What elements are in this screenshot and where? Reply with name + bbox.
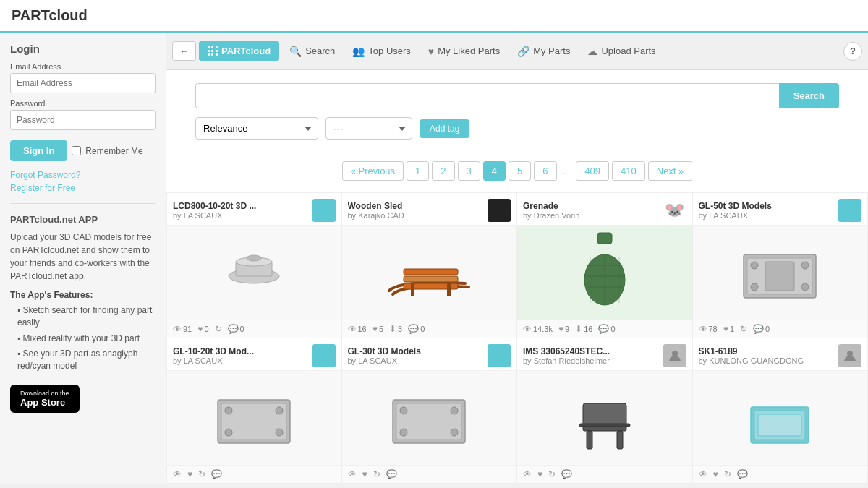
filter-select[interactable]: --- [326, 117, 412, 140]
app-description: Upload your 3D CAD models for free on PA… [10, 231, 156, 283]
sort-select[interactable]: Relevance Newest Most Viewed Most Liked [195, 117, 318, 140]
nav-top-users[interactable]: 👥 Top Users [344, 41, 420, 61]
signin-button[interactable]: Sign In [10, 140, 67, 161]
next-page-button[interactable]: Next » [648, 161, 693, 181]
remember-checkbox[interactable] [72, 146, 81, 155]
app-title: PARTcloud [12, 7, 856, 24]
page-4-button[interactable]: 4 [483, 161, 506, 181]
part-title: LCD800-10-20t 3D ... [173, 201, 308, 211]
svg-rect-8 [447, 283, 451, 296]
svg-point-34 [400, 429, 407, 436]
page-5-button[interactable]: 5 [509, 161, 531, 181]
nav-liked-parts-label: My Liked Parts [438, 46, 500, 56]
grid-icon [208, 46, 218, 56]
search-icon: 🔍 [289, 46, 302, 57]
part-avatar [488, 199, 511, 222]
back-button[interactable]: ← [172, 41, 196, 61]
nav-upload-parts-label: Upload Parts [601, 46, 655, 56]
nav-upload-parts[interactable]: ☁ Upload Parts [579, 41, 664, 61]
login-title: Login [10, 43, 156, 55]
part-card-gl30t[interactable]: GL-30t 3D Models by LA SCAUX [342, 338, 518, 484]
part-stats: 👁 ♥ ↻ 💬 [517, 465, 692, 483]
part-card-grenade[interactable]: Grenade by Drazen Vorih 🐭 [517, 193, 693, 338]
nav-my-parts[interactable]: 🔗 My Parts [509, 41, 579, 61]
forgot-password-link[interactable]: Forgot Password? [10, 170, 156, 180]
part-stats: 👁16 ♥5 ⬇3 💬0 [342, 320, 517, 338]
svg-rect-9 [597, 233, 612, 244]
register-link[interactable]: Register for Free [10, 183, 156, 193]
part-author: by LA SCAUX [173, 211, 308, 220]
svg-point-35 [451, 429, 458, 436]
svg-rect-7 [411, 283, 414, 296]
prev-page-button[interactable]: « Previous [342, 161, 404, 181]
page-3-button[interactable]: 3 [458, 161, 480, 181]
part-card-lcd800[interactable]: LCD800-10-20t 3D ... by LA SCAUX 👁91 [166, 193, 342, 338]
part-stats: 👁91 ♥0 ↻ 💬0 [167, 320, 341, 338]
svg-rect-23 [765, 262, 794, 291]
email-input[interactable] [10, 73, 156, 93]
part-title: GL-50t 3D Models [699, 201, 835, 211]
svg-point-36 [672, 351, 678, 356]
svg-rect-40 [583, 403, 626, 425]
part-image [517, 226, 692, 320]
password-label: Password [10, 99, 156, 108]
main-content: ← PARTcloud 🔍 Search 👥 Top Users ♥ My Li… [166, 33, 868, 484]
help-button[interactable]: ? [843, 42, 862, 61]
svg-point-29 [276, 429, 283, 436]
part-author: by LA SCAUX [173, 356, 308, 365]
svg-point-19 [751, 262, 758, 269]
part-card-gl1020t[interactable]: GL-10-20t 3D Mod... by LA SCAUX [166, 338, 342, 484]
part-card-wooden-sled[interactable]: Wooden Sled by Karajko CAD [342, 193, 518, 338]
svg-point-42 [847, 351, 853, 356]
svg-point-33 [451, 407, 458, 414]
part-author: by Drazen Vorih [523, 211, 659, 220]
search-input[interactable] [195, 83, 779, 108]
part-image [693, 226, 868, 320]
page-410-button[interactable]: 410 [612, 161, 645, 181]
part-avatar [838, 199, 861, 222]
upload-icon: ☁ [587, 46, 597, 57]
part-title: Wooden Sled [348, 201, 484, 211]
nav-search[interactable]: 🔍 Search [281, 41, 344, 61]
svg-point-27 [276, 407, 283, 414]
nav-bar: ← PARTcloud 🔍 Search 👥 Top Users ♥ My Li… [166, 33, 868, 70]
feature-item: See your 3D part as anaglyph red/cyan mo… [10, 348, 156, 372]
page-6-button[interactable]: 6 [534, 161, 556, 181]
password-input[interactable] [10, 110, 156, 130]
remember-label: Remember Me [85, 146, 142, 156]
part-author: by Stefan Riedelsheimer [523, 356, 659, 365]
nav-my-parts-label: My Parts [533, 46, 570, 56]
search-area: Search Relevance Newest Most Viewed Most… [166, 70, 868, 154]
svg-point-3 [247, 255, 261, 261]
part-author: by LA SCAUX [699, 211, 835, 220]
heart-icon: ♥ [428, 46, 434, 57]
svg-point-21 [751, 283, 758, 291]
page-409-button[interactable]: 409 [576, 161, 609, 181]
page-2-button[interactable]: 2 [432, 161, 454, 181]
part-title: SK1-6189 [699, 346, 835, 356]
brand-button[interactable]: PARTcloud [199, 41, 279, 61]
app-header: PARTcloud [0, 0, 868, 33]
page-1-button[interactable]: 1 [407, 161, 429, 181]
nav-liked-parts[interactable]: ♥ My Liked Parts [420, 41, 509, 61]
sidebar: Login Email Address Password Sign In Rem… [0, 33, 166, 484]
appstore-button[interactable]: Download on the App Store [10, 385, 80, 413]
svg-rect-41 [579, 424, 630, 427]
part-title: IMS 33065240STEC... [523, 346, 659, 356]
part-card-sk1[interactable]: SK1-6189 by KUNLONG GUANGDONG [693, 338, 869, 484]
feature-item: Mixed reality with your 3D part [10, 333, 156, 345]
brand-label: PARTcloud [221, 46, 271, 56]
add-tag-button[interactable]: Add tag [420, 119, 469, 138]
svg-point-32 [400, 407, 407, 414]
svg-point-20 [801, 262, 809, 269]
svg-rect-45 [758, 414, 801, 436]
part-image [693, 371, 868, 465]
part-title: GL-30t 3D Models [348, 346, 484, 356]
search-button[interactable]: Search [779, 83, 839, 108]
part-card-gl50t[interactable]: GL-50t 3D Models by LA SCAUX [693, 193, 869, 338]
part-avatar [312, 344, 336, 367]
pagination: « Previous 1 2 3 4 5 6 ... 409 410 Next … [166, 154, 868, 192]
svg-point-26 [225, 407, 232, 414]
part-author: by LA SCAUX [348, 356, 484, 365]
part-card-ims[interactable]: IMS 33065240STEC... by Stefan Riedelshei… [517, 338, 693, 484]
